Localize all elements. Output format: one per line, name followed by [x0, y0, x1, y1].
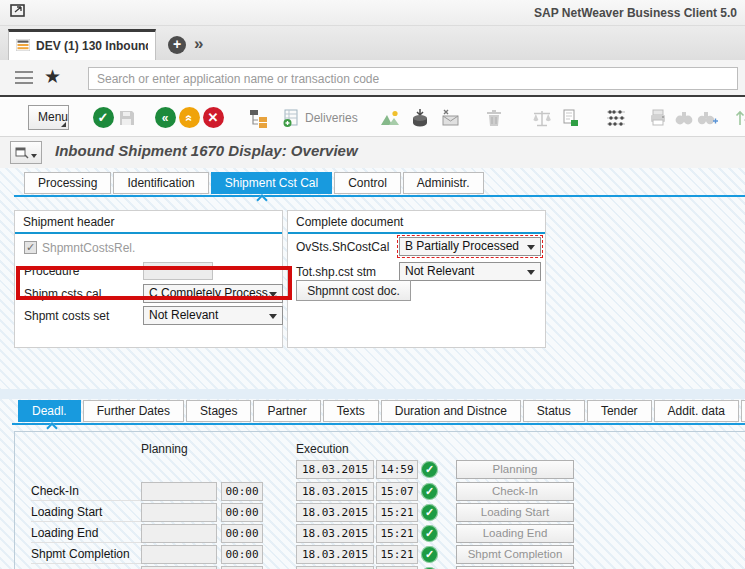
document-flow-icon[interactable] [247, 106, 271, 130]
costs-rel-label: ShpmntCostsRel. [42, 241, 135, 255]
exec-time-field[interactable]: 15:21 [376, 545, 418, 564]
plan-date-field[interactable] [141, 482, 217, 501]
complete-document-title: Complete document [288, 211, 545, 234]
exec-date-field[interactable]: 18.03.2015 [296, 524, 374, 543]
tab-status[interactable]: Status [523, 400, 585, 422]
shell-tab-active[interactable]: DEV (1) 130 Inbound Shipme... [8, 29, 156, 60]
complete-document-groupbox: Complete document OvSts.ShCostCal B Part… [287, 210, 546, 348]
plan-date-field[interactable] [141, 503, 217, 522]
copy-document-icon[interactable] [558, 106, 582, 130]
cancel-button[interactable]: ✕ [201, 106, 225, 130]
new-tab-button[interactable]: + [168, 36, 186, 54]
plan-time-field[interactable]: 00:00 [221, 503, 263, 522]
save-icon[interactable] [115, 106, 139, 130]
planning-row-button[interactable]: Planning [456, 460, 574, 479]
red-highlight-annotation [16, 266, 292, 300]
tab-deadl[interactable]: Deadl. [18, 400, 81, 422]
tab-addit-data[interactable]: Addit. data [654, 400, 739, 422]
tab-processing[interactable]: Processing [24, 172, 111, 194]
shpmt-costs-set-value: Not Relevant [149, 308, 218, 322]
status-ok-icon: ✓ [421, 483, 438, 500]
loading-start-row-button[interactable]: Loading Start [456, 503, 574, 522]
tab-tender[interactable]: Tender [587, 400, 652, 422]
tab-identification[interactable]: Identification [113, 172, 208, 194]
exec-time-field[interactable]: 15:07 [376, 482, 418, 501]
print-icon[interactable] [646, 106, 670, 130]
main-tabstrip: Processing Identification Shipment Cst C… [24, 172, 486, 194]
totshp-label: Tot.shp.cst stm [296, 265, 376, 279]
object-services-button[interactable] [10, 141, 42, 164]
shell-tabbar: DEV (1) 130 Inbound Shipme... + » [0, 26, 745, 60]
package-icon[interactable] [408, 106, 432, 130]
tab-duration-distance[interactable]: Duration and Distnce [381, 400, 521, 422]
favorites-star-icon[interactable]: ★ [44, 65, 61, 88]
shpmt-costs-set-dropdown[interactable]: Not Relevant [143, 306, 283, 325]
ovsts-dropdown[interactable]: B Partially Processed [399, 237, 541, 256]
plan-time-field[interactable]: 00:00 [221, 524, 263, 543]
exit-up-button[interactable]: « [177, 106, 201, 130]
sort-icon[interactable] [732, 106, 745, 130]
chevron-down-icon [527, 245, 535, 250]
row-label: Check-In [31, 482, 143, 501]
chevron-down-icon [269, 314, 277, 319]
exec-time-field[interactable]: 15:21 [376, 524, 418, 543]
deliveries-label[interactable]: Deliveries [305, 111, 358, 125]
calculate-icon[interactable] [604, 106, 628, 130]
loading-end-row-button[interactable]: Loading End [456, 524, 574, 543]
delete-icon[interactable] [482, 106, 506, 130]
menu-button[interactable]: Menu [28, 105, 69, 130]
tab-texts[interactable]: Texts [323, 400, 379, 422]
deadlines-table: Planning Execution 18.03.2015 14:59 ✓ Pl… [14, 431, 745, 569]
check-in-row-button[interactable]: Check-In [456, 482, 574, 501]
row-label: Loading End [31, 524, 143, 543]
window-menu-icon[interactable] [9, 3, 27, 22]
tab-overflow-button[interactable]: » [194, 34, 203, 54]
find-next-icon[interactable] [696, 106, 720, 130]
nwbc-window: SAP NetWeaver Business Client 5.0 DEV (1… [0, 0, 745, 569]
tab-stages[interactable]: Stages [186, 400, 251, 422]
tab-partner[interactable]: Partner [253, 400, 320, 422]
status-ok-icon: ✓ [421, 546, 438, 563]
scales-icon[interactable] [530, 106, 554, 130]
exec-time-field[interactable]: 15:21 [376, 503, 418, 522]
main-tabstrip-underline [14, 195, 745, 197]
splitter-band [0, 389, 745, 399]
row-label: Shpmt Completion [31, 545, 143, 564]
status-ok-icon: ✓ [421, 504, 438, 521]
tab-shipment-cst-cal[interactable]: Shipment Cst Cal [211, 172, 332, 194]
app-title: SAP NetWeaver Business Client 5.0 [534, 6, 737, 20]
tab-further-dates[interactable]: Further Dates [83, 400, 184, 422]
tab-control[interactable]: Control [334, 172, 401, 194]
tab-dng-goods[interactable]: Dng Goods [741, 400, 745, 422]
totshp-dropdown[interactable]: Not Relevant [399, 262, 541, 281]
chevron-down-icon [527, 270, 535, 275]
continue-check-button[interactable]: ✓ [91, 106, 115, 130]
mail-cancel-icon[interactable] [438, 106, 462, 130]
exec-date-field[interactable]: 18.03.2015 [296, 545, 374, 564]
costs-rel-checkbox[interactable]: ✓ [24, 241, 37, 254]
plan-date-field[interactable] [141, 524, 217, 543]
totshp-value: Not Relevant [405, 264, 474, 278]
index-list-icon[interactable] [15, 71, 33, 84]
graphic-icon[interactable] [378, 106, 402, 130]
page-title: Inbound Shipment 1670 Display: Overview [55, 142, 358, 159]
find-icon[interactable] [672, 106, 696, 130]
plan-time-field[interactable]: 00:00 [221, 545, 263, 564]
shpmt-completion-row-button[interactable]: Shpmt Completion [456, 545, 574, 564]
plan-time-field[interactable]: 00:00 [221, 482, 263, 501]
exec-date-field[interactable]: 18.03.2015 [296, 460, 374, 479]
exec-date-field[interactable]: 18.03.2015 [296, 482, 374, 501]
exec-time-field[interactable]: 14:59 [376, 460, 418, 479]
application-toolbar: Menu ✓ « « ✕ [0, 99, 745, 137]
object-services-caret-icon [31, 154, 37, 158]
shpmnt-cost-doc-button[interactable]: Shpmnt cost doc. [296, 280, 411, 301]
row-label: Loading Start [31, 503, 143, 522]
detail-tabstrip: Deadl. Further Dates Stages Partner Text… [18, 400, 745, 422]
exec-date-field[interactable]: 18.03.2015 [296, 503, 374, 522]
deliveries-icon[interactable] [279, 106, 303, 130]
plan-date-field[interactable] [141, 545, 217, 564]
ovsts-value: B Partially Processed [405, 239, 519, 253]
back-button[interactable]: « [153, 106, 177, 130]
search-input[interactable] [88, 67, 738, 90]
tab-administr[interactable]: Administr. [403, 172, 484, 194]
